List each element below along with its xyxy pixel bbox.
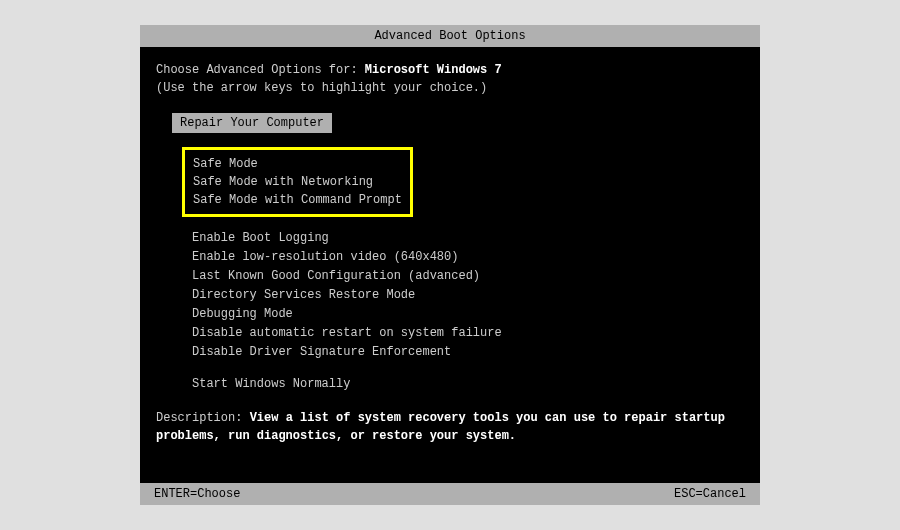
- footer-enter-hint: ENTER=Choose: [154, 485, 240, 503]
- choose-prefix: Choose Advanced Options for:: [156, 63, 365, 77]
- menu-item-safe-mode-networking[interactable]: Safe Mode with Networking: [193, 173, 402, 191]
- menu-item-enable-boot-logging[interactable]: Enable Boot Logging: [192, 229, 744, 247]
- description-block: Description: View a list of system recov…: [156, 409, 744, 445]
- menu-item-safe-mode-command-prompt[interactable]: Safe Mode with Command Prompt: [193, 191, 402, 209]
- footer-bar: ENTER=Choose ESC=Cancel: [140, 483, 760, 505]
- hint-line: (Use the arrow keys to highlight your ch…: [156, 79, 744, 97]
- footer-esc-hint: ESC=Cancel: [674, 485, 746, 503]
- menu-item-directory-services-restore[interactable]: Directory Services Restore Mode: [192, 286, 744, 304]
- safe-mode-highlight-box: Safe Mode Safe Mode with Networking Safe…: [182, 147, 413, 217]
- menu-item-disable-driver-signature[interactable]: Disable Driver Signature Enforcement: [192, 343, 744, 361]
- menu-item-repair-your-computer[interactable]: Repair Your Computer: [172, 113, 332, 133]
- menu-item-safe-mode[interactable]: Safe Mode: [193, 155, 402, 173]
- os-name: Microsoft Windows 7: [365, 63, 502, 77]
- menu-item-debugging-mode[interactable]: Debugging Mode: [192, 305, 744, 323]
- boot-screen: Advanced Boot Options Choose Advanced Op…: [140, 25, 760, 505]
- menu-item-low-resolution-video[interactable]: Enable low-resolution video (640x480): [192, 248, 744, 266]
- content-area: Choose Advanced Options for: Microsoft W…: [140, 47, 760, 445]
- title-bar: Advanced Boot Options: [140, 25, 760, 47]
- choose-line: Choose Advanced Options for: Microsoft W…: [156, 61, 744, 79]
- menu-item-disable-auto-restart[interactable]: Disable automatic restart on system fail…: [192, 324, 744, 342]
- options-list: Enable Boot Logging Enable low-resolutio…: [192, 229, 744, 361]
- menu-item-last-known-good-config[interactable]: Last Known Good Configuration (advanced): [192, 267, 744, 285]
- description-label: Description:: [156, 411, 250, 425]
- menu-item-start-windows-normally[interactable]: Start Windows Normally: [192, 375, 744, 393]
